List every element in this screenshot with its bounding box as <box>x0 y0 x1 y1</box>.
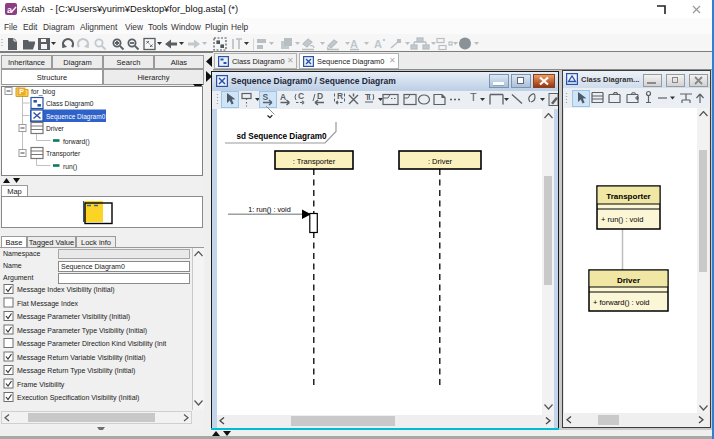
svg-text:T: T <box>365 92 371 102</box>
svg-text:Transporter: Transporter <box>46 150 81 158</box>
svg-text:C: C <box>298 91 304 101</box>
svg-text:P: P <box>19 88 24 95</box>
svg-text:Message Return Type Visibility: Message Return Type Visibility (Initial) <box>17 367 135 375</box>
svg-text:Driver: Driver <box>617 276 640 285</box>
svg-text:T: T <box>470 91 477 103</box>
svg-text:+ forward() : void: + forward() : void <box>593 298 649 307</box>
svg-text:A: A <box>374 38 382 50</box>
svg-text:Message Parameter Visibility (: Message Parameter Visibility (Initial) <box>17 313 130 321</box>
svg-text:R: R <box>337 91 343 101</box>
svg-text:Message Index Visibility (Init: Message Index Visibility (Initial) <box>17 286 115 294</box>
svg-text:A: A <box>280 92 286 102</box>
svg-text:forward(): forward() <box>63 138 90 146</box>
svg-text:Flat Message Index: Flat Message Index <box>17 300 79 308</box>
svg-text:sd Sequence Diagram0: sd Sequence Diagram0 <box>237 132 328 141</box>
svg-text:+ run() : void: + run() : void <box>601 215 643 224</box>
svg-text:Sequence Diagram0: Sequence Diagram0 <box>46 113 106 121</box>
svg-text:Message Parameter Type Visibil: Message Parameter Type Visibility (Initi… <box>17 327 147 335</box>
svg-text:run(): run() <box>63 163 77 171</box>
svg-text:: Transporter: : Transporter <box>293 157 336 166</box>
svg-text:: Driver: : Driver <box>428 157 453 166</box>
svg-text:Driver: Driver <box>46 125 65 132</box>
svg-text:A: A <box>350 38 358 50</box>
svg-text:Message Return Variable Visibi: Message Return Variable Visibility (Init… <box>17 354 146 362</box>
svg-text:a: a <box>7 5 13 15</box>
svg-text:Transporter: Transporter <box>606 192 650 201</box>
svg-text:Message Parameter Direction Ki: Message Parameter Direction Kind Visibil… <box>17 340 166 348</box>
svg-text:D: D <box>317 91 323 101</box>
svg-text:Class Diagram0: Class Diagram0 <box>46 100 94 108</box>
svg-text:Execution Specification Visibi: Execution Specification Visibility (Init… <box>17 394 139 402</box>
svg-text:for_blog: for_blog <box>31 88 55 96</box>
svg-text:1: run() : void: 1: run() : void <box>248 205 290 214</box>
svg-text:Frame Visibility: Frame Visibility <box>17 381 65 389</box>
